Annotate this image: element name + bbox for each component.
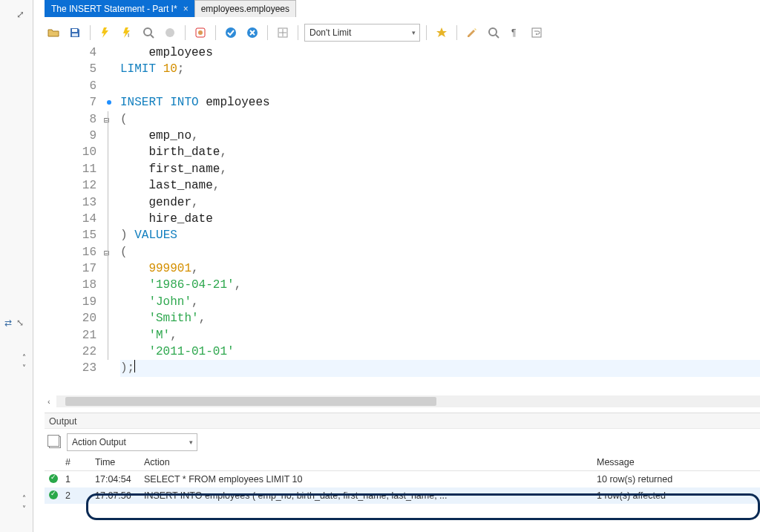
- svg-point-4: [166, 28, 174, 37]
- tab-label: employees.employees: [201, 4, 289, 14]
- execute-button[interactable]: [96, 24, 114, 42]
- output-title: Output: [45, 413, 760, 429]
- col-header-action: Action: [144, 457, 597, 467]
- output-row[interactable]: 1 17:04:54 SELECT * FROM employees LIMIT…: [45, 471, 760, 487]
- check-icon: [49, 474, 58, 483]
- row-limit-label: Don't Limit: [309, 27, 351, 38]
- favorites-button[interactable]: [433, 24, 451, 42]
- row-limit-dropdown[interactable]: Don't Limit: [304, 24, 420, 42]
- svg-point-6: [198, 30, 203, 35]
- col-header-message: Message: [597, 457, 760, 467]
- sql-editor[interactable]: 4567891011121314151617181920212223 emplo…: [45, 45, 760, 395]
- stop-on-error-button[interactable]: [191, 24, 209, 42]
- svg-rect-1: [72, 33, 78, 36]
- output-row[interactable]: 2 17:07:56 INSERT INTO employees ( emp_n…: [45, 487, 760, 504]
- sql-toolbar: I Don't Limit ¶: [45, 22, 760, 43]
- beautify-button[interactable]: [463, 24, 481, 42]
- svg-point-7: [226, 27, 236, 38]
- row-action: INSERT INTO employees ( emp_no, birth_da…: [144, 490, 597, 501]
- save-button[interactable]: [66, 24, 84, 42]
- toolbar-separator: [267, 25, 268, 40]
- code-area[interactable]: employeesLIMIT 10; INSERT INTO employees…: [120, 45, 760, 395]
- swap-panels-icon[interactable]: ⇄: [4, 318, 12, 328]
- find-button[interactable]: [485, 24, 502, 42]
- svg-text:¶: ¶: [511, 27, 516, 38]
- toolbar-separator: [456, 25, 457, 40]
- editor-tab-bar: The INSERT Statement - Part I* × employe…: [45, 0, 295, 16]
- tab-insert-statement[interactable]: The INSERT Statement - Part I* ×: [45, 0, 195, 17]
- output-panel: Output Action Output # Time Action Messa…: [45, 413, 760, 532]
- toolbar-separator: [90, 25, 91, 40]
- close-tab-icon[interactable]: ×: [183, 4, 189, 14]
- output-grid: # Time Action Message 1 17:04:54 SELECT …: [45, 454, 760, 504]
- svg-point-3: [144, 28, 151, 36]
- row-action: SELECT * FROM employees LIMIT 10: [144, 474, 597, 485]
- svg-point-10: [489, 28, 497, 36]
- editor-horizontal-scrollbar[interactable]: ‹: [45, 395, 760, 408]
- invisible-chars-button[interactable]: ¶: [506, 24, 524, 42]
- line-number-gutter: 4567891011121314151617181920212223: [45, 45, 104, 395]
- tab-employees[interactable]: employees.employees: [194, 0, 296, 17]
- row-time: 17:04:54: [95, 474, 144, 485]
- scroll-up-icon[interactable]: ˄: [22, 353, 26, 361]
- fold-gutter: [104, 45, 120, 395]
- rollback-button[interactable]: [243, 24, 261, 42]
- output-scroll-up-icon[interactable]: ˄: [22, 494, 26, 502]
- wrap-button[interactable]: [528, 24, 546, 42]
- toolbar-separator: [215, 25, 216, 40]
- toolbar-separator: [185, 25, 186, 40]
- autocommit-toggle-button[interactable]: [274, 24, 292, 42]
- execute-current-button[interactable]: I: [118, 24, 136, 42]
- row-num: 2: [62, 490, 95, 501]
- row-time: 17:07:56: [95, 490, 144, 501]
- maximize-icon[interactable]: ⤢: [16, 9, 24, 20]
- output-grid-header: # Time Action Message: [45, 454, 760, 471]
- minimize-icon[interactable]: ⤡: [16, 318, 24, 328]
- explain-button[interactable]: [140, 24, 157, 42]
- scroll-track[interactable]: [56, 395, 760, 407]
- scroll-down-icon[interactable]: ˅: [22, 364, 26, 372]
- check-icon: [49, 490, 58, 499]
- scroll-thumb[interactable]: [65, 397, 436, 406]
- output-stack-icon[interactable]: [49, 436, 61, 448]
- toolbar-separator: [426, 25, 427, 40]
- commit-button[interactable]: [222, 24, 240, 42]
- col-header-time: Time: [95, 457, 144, 467]
- svg-rect-0: [72, 29, 77, 32]
- tab-label: The INSERT Statement - Part I*: [51, 4, 177, 14]
- stop-button[interactable]: [161, 24, 179, 42]
- left-rail: ⤢ ⇄ ⤡ ˄ ˅ ˄ ˅: [0, 0, 33, 532]
- output-scroll-down-icon[interactable]: ˅: [22, 505, 26, 513]
- row-num: 1: [62, 474, 95, 485]
- output-type-dropdown[interactable]: Action Output: [67, 433, 197, 451]
- row-message: 1 row(s) affected: [597, 490, 760, 501]
- svg-text:I: I: [128, 32, 129, 39]
- toolbar-separator: [298, 25, 298, 40]
- col-header-num: #: [62, 457, 95, 467]
- scroll-left-icon[interactable]: ‹: [45, 397, 53, 406]
- row-message: 10 row(s) returned: [597, 474, 760, 485]
- open-file-button[interactable]: [45, 24, 62, 42]
- output-type-label: Action Output: [72, 437, 126, 447]
